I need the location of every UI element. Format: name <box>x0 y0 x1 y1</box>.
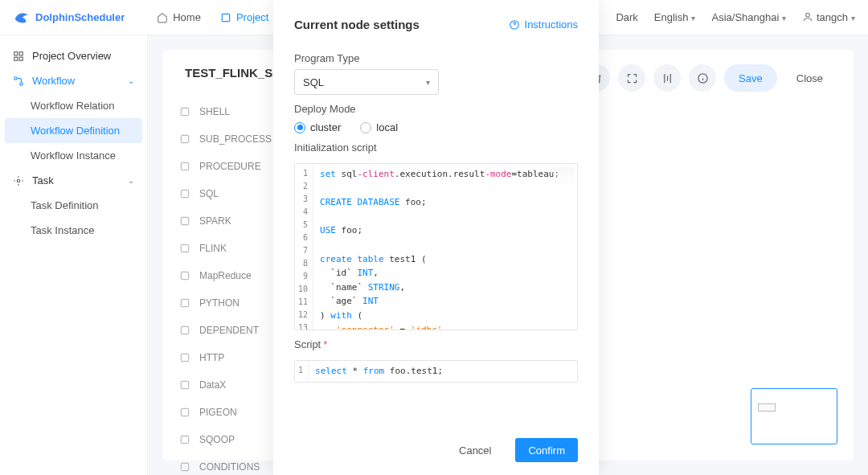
sidebar-label: Workflow Instance <box>31 149 116 162</box>
palette-item-datax[interactable]: DataX <box>174 371 278 399</box>
svg-rect-5 <box>19 57 23 60</box>
palette-item-sub_process[interactable]: SUB_PROCESS <box>174 125 278 153</box>
sidebar-item-workflow[interactable]: Workflow ⌄ <box>5 68 142 93</box>
node-type-icon <box>178 406 191 419</box>
node-palette: SHELLSUB_PROCESSPROCEDURESQLSPARKFLINKMa… <box>174 98 278 475</box>
radio-selected-icon <box>294 122 305 133</box>
svg-point-1 <box>806 13 810 17</box>
sidebar-item-task-instance[interactable]: Task Instance <box>5 218 142 243</box>
minimap[interactable] <box>751 388 837 444</box>
nav-home-label: Home <box>173 11 201 23</box>
init-script-editor[interactable]: 1234567891011121314151617 set sql-client… <box>294 163 578 330</box>
node-type-icon <box>178 379 191 391</box>
palette-item-sqoop[interactable]: SQOOP <box>174 426 278 453</box>
sidebar-label: Workflow Definition <box>31 125 120 137</box>
instructions-link[interactable]: Instructions <box>509 18 578 31</box>
svg-rect-4 <box>14 57 18 60</box>
nav-project-label: Project <box>236 11 268 23</box>
svg-rect-15 <box>181 162 188 170</box>
sidebar-label: Task Instance <box>31 224 95 236</box>
node-type-icon <box>178 351 191 364</box>
sidebar-item-workflow-definition[interactable]: Workflow Definition <box>5 118 142 143</box>
node-type-icon <box>178 461 191 473</box>
help-icon <box>509 19 520 31</box>
palette-item-spark[interactable]: SPARK <box>174 207 278 235</box>
script-editor[interactable]: 1 select * from foo.test1; <box>294 360 578 383</box>
svg-rect-23 <box>181 381 188 388</box>
user-menu[interactable]: tangch▾ <box>802 11 855 23</box>
sidebar-label: Workflow <box>32 75 75 87</box>
svg-rect-19 <box>181 272 188 279</box>
fullscreen-button[interactable] <box>618 64 645 92</box>
sidebar-item-task[interactable]: Task ⌄ <box>5 168 142 193</box>
init-script-label: Initialization script <box>294 141 578 154</box>
program-type-select[interactable]: SQL ▾ <box>294 69 439 95</box>
svg-rect-14 <box>181 135 188 142</box>
format-button[interactable] <box>653 64 681 92</box>
save-button[interactable]: Save <box>724 64 777 92</box>
palette-item-mapreduce[interactable]: MapReduce <box>174 262 278 289</box>
node-type-icon <box>178 133 191 145</box>
palette-item-http[interactable]: HTTP <box>174 344 278 371</box>
svg-rect-25 <box>181 436 188 443</box>
chevron-down-icon: ▾ <box>782 14 786 23</box>
palette-item-shell[interactable]: SHELL <box>174 98 278 125</box>
editor-minimap <box>553 167 574 183</box>
palette-item-dependent[interactable]: DEPENDENT <box>174 317 278 344</box>
minimap-viewport <box>758 403 776 412</box>
chevron-down-icon: ▾ <box>851 14 855 23</box>
svg-rect-20 <box>181 299 188 306</box>
brand-logo[interactable]: DolphinScheduler <box>13 9 125 27</box>
workflow-icon <box>13 76 24 87</box>
program-type-label: Program Type <box>294 52 578 64</box>
theme-toggle[interactable]: Dark <box>616 11 637 23</box>
node-settings-panel: Current node settings Instructions Progr… <box>273 0 599 475</box>
chevron-down-icon: ▾ <box>426 78 430 87</box>
sidebar-item-project-overview[interactable]: Project Overview <box>5 43 142 68</box>
svg-rect-0 <box>222 14 229 21</box>
svg-point-8 <box>17 179 20 182</box>
overview-icon <box>13 51 24 62</box>
home-icon <box>157 12 168 23</box>
info-button[interactable] <box>689 64 716 92</box>
project-icon <box>220 12 231 23</box>
palette-item-procedure[interactable]: PROCEDURE <box>174 153 278 180</box>
nav-project[interactable]: Project <box>220 11 268 23</box>
task-icon <box>13 175 24 186</box>
svg-rect-21 <box>181 326 188 334</box>
sidebar-item-task-definition[interactable]: Task Definition <box>5 193 142 218</box>
svg-rect-13 <box>181 108 188 115</box>
panel-title: Current node settings <box>294 18 420 31</box>
svg-rect-26 <box>181 463 188 470</box>
palette-item-conditions[interactable]: CONDITIONS <box>174 453 278 475</box>
deploy-mode-cluster[interactable]: cluster <box>294 121 341 133</box>
sidebar-label: Task Definition <box>31 199 99 211</box>
palette-item-flink[interactable]: FLINK <box>174 235 278 262</box>
node-type-icon <box>178 105 191 118</box>
nav-home[interactable]: Home <box>157 11 201 23</box>
confirm-button[interactable]: Confirm <box>515 438 578 462</box>
cancel-button[interactable]: Cancel <box>446 438 504 462</box>
node-type-icon <box>178 242 191 255</box>
svg-rect-24 <box>181 408 188 416</box>
chevron-down-icon: ⌄ <box>128 176 134 185</box>
palette-item-sql[interactable]: SQL <box>174 180 278 207</box>
deploy-mode-label: Deploy Mode <box>294 103 578 115</box>
close-button[interactable]: Close <box>785 64 834 92</box>
dolphin-icon <box>13 9 31 27</box>
sidebar-label: Project Overview <box>32 50 111 62</box>
language-selector[interactable]: English▾ <box>654 11 696 23</box>
node-type-icon <box>178 187 191 200</box>
header-right: Dark English▾ Asia/Shanghai▾ tangch▾ <box>616 11 855 23</box>
svg-rect-22 <box>181 354 188 361</box>
timezone-selector[interactable]: Asia/Shanghai▾ <box>711 11 786 23</box>
palette-item-python[interactable]: PYTHON <box>174 289 278 317</box>
sidebar-item-workflow-relation[interactable]: Workflow Relation <box>5 93 142 118</box>
node-type-icon <box>178 433 191 446</box>
svg-rect-17 <box>181 217 188 224</box>
node-type-icon <box>178 160 191 173</box>
palette-item-pigeon[interactable]: PIGEON <box>174 399 278 426</box>
node-type-icon <box>178 269 191 282</box>
deploy-mode-local[interactable]: local <box>360 121 398 133</box>
sidebar-item-workflow-instance[interactable]: Workflow Instance <box>5 143 142 168</box>
